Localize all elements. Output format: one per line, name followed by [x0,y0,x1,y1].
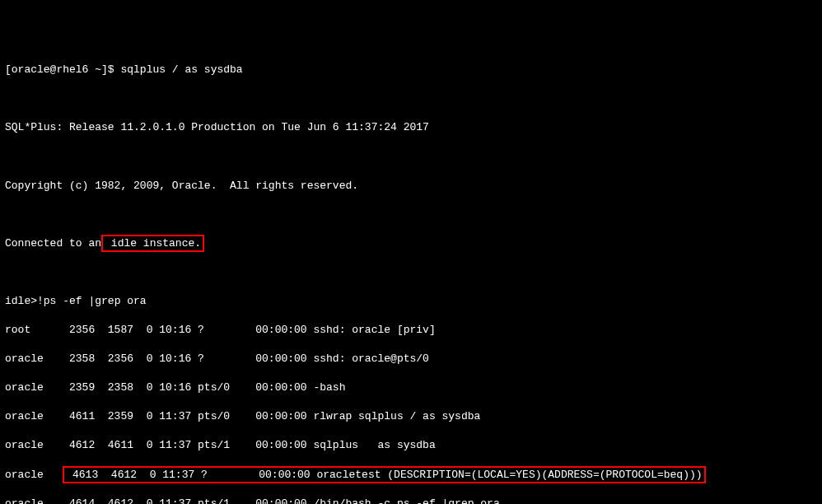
blank-line [5,91,817,106]
blank-line [5,149,817,164]
ps-row: oracle 2359 2358 0 10:16 pts/0 00:00:00 … [5,380,817,395]
ps-row: oracle 4612 4611 0 11:37 pts/1 00:00:00 … [5,438,817,453]
ps-row-highlighted: oracle 4613 4612 0 11:37 ? 00:00:00 orac… [5,468,817,483]
blank-line [5,208,817,222]
shell-command: sqlplus / as sysdba [120,63,242,76]
idle-instance-highlight: idle instance. [101,235,204,253]
sqlplus-banner: SQL*Plus: Release 11.2.0.1.0 Production … [5,120,817,135]
idle-prompt: idle> [5,295,37,307]
shell-prompt: [oracle@rhel6 ~]$ [5,63,120,76]
ps-row: root 2356 1587 0 10:16 ? 00:00:00 sshd: … [5,323,817,338]
ps-row-prefix: oracle [5,469,63,481]
ps-row: oracle 4611 2359 0 11:37 pts/0 00:00:00 … [5,409,817,424]
copyright-line: Copyright (c) 1982, 2009, Oracle. All ri… [5,179,817,194]
connected-prefix: Connected to an [5,237,101,250]
connected-line: Connected to an idle instance. [5,236,817,251]
ps-row: oracle 2358 2356 0 10:16 ? 00:00:00 sshd… [5,352,817,366]
oracle-process-highlight: 4613 4612 0 11:37 ? 00:00:00 oracletest … [63,466,705,484]
idle-prompt-line: idle>!ps -ef |grep ora [5,294,817,309]
shell-prompt-line: [oracle@rhel6 ~]$ sqlplus / as sysdba [5,63,817,77]
ps-command: !ps -ef |grep ora [37,295,147,307]
blank-line [5,265,817,280]
ps-row: oracle 4614 4612 0 11:37 pts/1 00:00:00 … [5,497,817,504]
